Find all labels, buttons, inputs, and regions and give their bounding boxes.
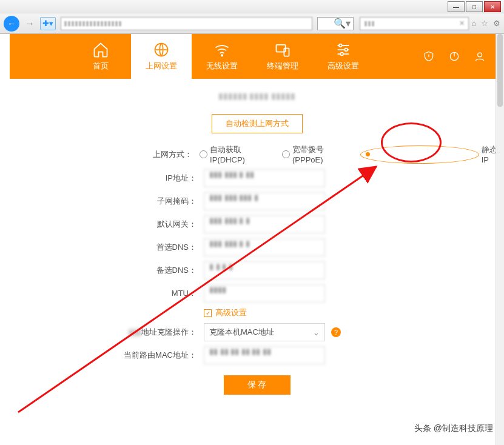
main-nav: 首页 上网设置 无线设置 终端管理 高级设置 (10, 34, 504, 79)
tab-close-icon[interactable]: ✕ (459, 19, 465, 27)
nav-clients-label: 终端管理 (267, 61, 298, 72)
dns1-label: 首选DNS： (10, 242, 204, 253)
search-box[interactable]: 🔍▾ (317, 17, 354, 30)
mask-label: 子网掩码： (10, 196, 204, 207)
window-minimize-button[interactable]: — (448, 1, 465, 12)
mac-clone-label: ▮▮▮地址克隆操作： (10, 327, 204, 338)
svg-point-1 (221, 55, 223, 56)
save-button[interactable]: 保 存 (224, 375, 291, 395)
row-connection-method: 上网方式： 自动获取IP(DHCP) 宽带拨号(PPPoE) 静态IP (10, 144, 504, 164)
wifi-icon (213, 41, 230, 58)
svg-point-5 (344, 49, 348, 52)
sliders-icon (335, 41, 352, 58)
shield-icon[interactable] (423, 50, 435, 62)
vertical-scrollbar[interactable] (496, 34, 504, 445)
nav-wan-settings[interactable]: 上网设置 (131, 34, 192, 79)
power-icon[interactable] (448, 50, 460, 62)
radio-dhcp[interactable]: 自动获取IP(DHCP) (200, 144, 275, 164)
devices-icon (274, 41, 291, 58)
browser-toolbar: ← → ✚▾ ▮▮▮▮▮▮▮▮▮▮▮▮▮▮▮▮ 🔍▾ ▮▮▮✕ ⌂ ☆ ⚙ (0, 13, 504, 34)
tools-icon[interactable]: ⚙ (493, 19, 500, 28)
address-bar[interactable]: ▮▮▮▮▮▮▮▮▮▮▮▮▮▮▮▮ (61, 17, 312, 30)
browser-tab[interactable]: ▮▮▮✕ (360, 17, 469, 30)
radio-static[interactable]: 静态IP (360, 144, 504, 164)
window-titlebar: — □ ✕ (0, 0, 504, 13)
svg-point-4 (339, 44, 342, 47)
globe-icon (153, 41, 170, 58)
page-content: 首页 上网设置 无线设置 终端管理 高级设置 ▮▮▮▮▮▮ ▮▮▮▮ ▮▮▮▮▮… (10, 34, 504, 445)
ip-label: IP地址： (10, 173, 204, 184)
back-button[interactable]: ← (4, 16, 19, 32)
checkbox-checked-icon: ✓ (204, 309, 212, 317)
nav-wireless[interactable]: 无线设置 (192, 34, 252, 79)
nav-home-label: 首页 (93, 61, 109, 72)
current-mac-label: 当前路由MAC地址： (10, 350, 204, 361)
advanced-checkbox[interactable]: ✓ 高级设置 (204, 307, 247, 318)
auto-detect-button[interactable]: 自动检测上网方式 (212, 114, 303, 133)
dns2-label: 备选DNS： (10, 265, 204, 276)
nav-utility-icons (423, 34, 504, 79)
mask-input[interactable]: ▮▮▮ ▮▮▮ ▮▮▮ ▮ (204, 192, 325, 210)
favorites-icon[interactable]: ☆ (481, 19, 488, 28)
nav-home[interactable]: 首页 (70, 34, 131, 79)
window-close-button[interactable]: ✕ (484, 1, 501, 12)
scrollbar-thumb[interactable] (497, 34, 503, 107)
chevron-down-icon: ⌄ (313, 328, 320, 337)
forward-button[interactable]: → (22, 16, 38, 32)
brand-line: ▮▮▮▮▮▮ ▮▮▮▮ ▮▮▮▮▮ (10, 91, 504, 105)
search-icon: 🔍▾ (334, 18, 351, 29)
window-maximize-button[interactable]: □ (466, 1, 483, 12)
new-tab-button[interactable]: ✚▾ (40, 17, 56, 30)
ip-input[interactable]: ▮▮▮ ▮▮▮ ▮ ▮▮ (204, 169, 325, 187)
nav-clients[interactable]: 终端管理 (252, 34, 313, 79)
help-icon[interactable]: ? (331, 327, 341, 337)
home-icon (92, 41, 109, 58)
nav-wireless-label: 无线设置 (206, 61, 238, 72)
watermark-text: 头条 @制造科技原理 (414, 423, 493, 434)
nav-advanced[interactable]: 高级设置 (313, 34, 374, 79)
mtu-label: MTU： (10, 288, 204, 299)
radio-pppoe[interactable]: 宽带拨号(PPPoE) (282, 144, 353, 164)
dns1-input[interactable]: ▮▮▮ ▮▮▮ ▮ ▮ (204, 238, 325, 256)
gateway-label: 默认网关： (10, 219, 204, 230)
nav-advanced-label: 高级设置 (328, 61, 359, 72)
current-mac-input[interactable]: ▮▮ ▮▮ ▮▮ ▮▮ ▮▮ ▮▮ (204, 346, 325, 364)
nav-wan-label: 上网设置 (146, 61, 177, 72)
method-label: 上网方式： (10, 149, 200, 160)
svg-point-8 (478, 53, 482, 57)
home-icon[interactable]: ⌂ (471, 19, 476, 28)
mac-clone-select[interactable]: 克隆本机MAC地址 ⌄ (204, 323, 325, 341)
svg-point-6 (340, 53, 343, 56)
user-icon[interactable] (474, 50, 486, 62)
dns2-input[interactable]: ▮ ▮ ▮ ▮ (204, 261, 325, 279)
gateway-input[interactable]: ▮▮▮ ▮▮▮ ▮ ▮ (204, 215, 325, 233)
mtu-input[interactable]: ▮▮▮▮ (204, 284, 325, 303)
